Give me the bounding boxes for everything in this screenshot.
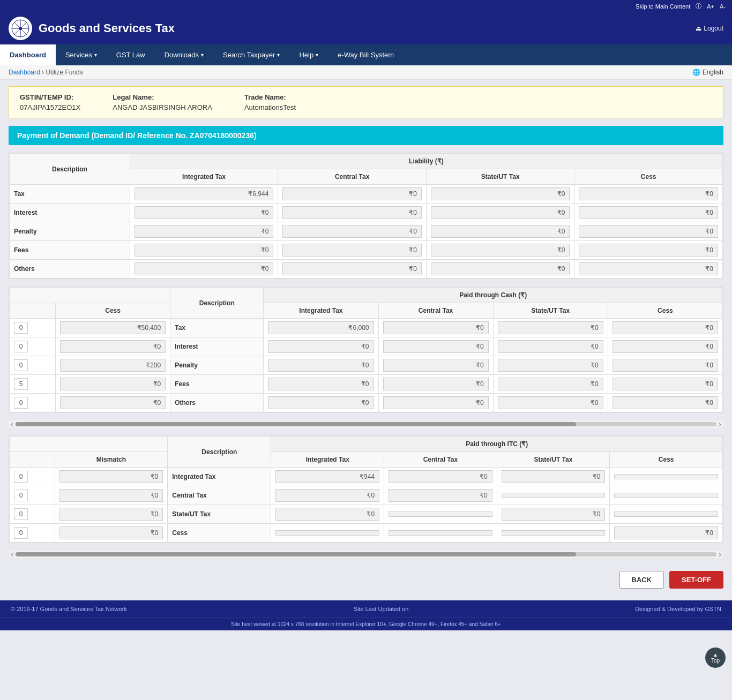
scroll-right-icon[interactable]: › (719, 419, 721, 429)
setoff-button[interactable]: SET-OFF (669, 571, 723, 589)
nav-dashboard-label: Dashboard (10, 51, 46, 59)
back-button[interactable]: BACK (619, 571, 664, 589)
table-row: Fees ₹0 ₹0 ₹0 ₹0 (10, 241, 723, 260)
skip-main-content[interactable]: Skip to Main Content (636, 3, 690, 10)
language-label: English (703, 69, 723, 76)
footer-designed: Designed & Developed by GSTN (635, 606, 721, 612)
itc-state-header: State/UT Tax (497, 452, 610, 468)
liability-interest-label: Interest (10, 204, 130, 222)
downloads-arrow-icon: ▾ (201, 52, 204, 58)
scroll-left-icon-2[interactable]: ‹ (11, 550, 13, 559)
itc-integrated-header: Integrated Tax (271, 452, 384, 468)
nav-eway-bill[interactable]: e-Way Bill System (328, 44, 404, 65)
itc-central-header: Central Tax (384, 452, 497, 468)
cash-cess-header: Cess (608, 303, 722, 319)
footer-browser-note: Site best viewed at 1024 x 768 resolutio… (231, 621, 501, 627)
main-content: GSTIN/TEMP ID: 07AJIPA1572EO1X Legal Nam… (0, 80, 732, 600)
liability-table: Description Liability (₹) Integrated Tax… (9, 153, 723, 279)
nav-dashboard[interactable]: Dashboard (0, 44, 56, 65)
nav-help[interactable]: Help ▾ (289, 44, 328, 65)
legal-name-label: Legal Name: (113, 93, 212, 101)
nav-gst-law[interactable]: GST Law (107, 44, 155, 65)
header: Goods and Services Tax ⏏ Logout (0, 12, 732, 44)
logout-label: Logout (704, 25, 723, 32)
table-row: 0 ₹50,400 Tax ₹6,000 ₹0 ₹0 ₹0 (10, 319, 723, 337)
table-row: Others ₹0 ₹0 ₹0 ₹0 (10, 260, 723, 279)
logout-button[interactable]: ⏏ Logout (696, 25, 723, 32)
footer-copyright: © 2016-17 Goods and Services Tax Network (11, 606, 127, 612)
table-row: Tax ₹6,944 ₹0 ₹0 ₹0 (10, 185, 723, 204)
liability-cess-header: Cess (574, 169, 723, 185)
cash-cess-left-header: Cess (56, 303, 170, 319)
nav-gst-law-label: GST Law (116, 51, 145, 59)
logo (9, 17, 32, 40)
cash-table-wrapper: Description Paid through Cash (₹) Cess I… (9, 287, 723, 413)
liability-tax-cess: ₹0 (574, 185, 723, 204)
liability-tax-integrated: ₹6,944 (130, 185, 278, 204)
main-nav: Dashboard Services ▾ GST Law Downloads ▾… (0, 44, 732, 65)
section-header: Payment of Demand (Demand ID/ Reference … (9, 126, 723, 145)
gstin-label: GSTIN/TEMP ID: (20, 93, 80, 101)
liability-integrated-header: Integrated Tax (130, 169, 278, 185)
nav-search-taxpayer[interactable]: Search Taxpayer ▾ (213, 44, 289, 65)
breadcrumb-bar: Dashboard › Utilize Funds 🌐 English (0, 65, 732, 80)
horizontal-scrollbar-2[interactable]: ‹ › (9, 551, 723, 558)
cash-integrated-header: Integrated Tax (264, 303, 378, 319)
table-row: Penalty ₹0 ₹0 ₹0 ₹0 (10, 222, 723, 241)
nav-downloads-label: Downloads (165, 51, 199, 59)
nav-services[interactable]: Services ▾ (56, 44, 107, 65)
scroll-left-icon[interactable]: ‹ (11, 419, 13, 429)
breadcrumb-current: Utilize Funds (46, 69, 83, 76)
legal-name-value: ANGAD JASBIRSINGH ARORA (113, 103, 212, 111)
logout-icon: ⏏ (696, 25, 701, 32)
table-row: 0 ₹200 Penalty ₹0 ₹0 ₹0 ₹0 (10, 356, 723, 375)
nav-eway-bill-label: e-Way Bill System (338, 51, 394, 59)
table-row: 0 ₹0 Interest ₹0 ₹0 ₹0 ₹0 (10, 337, 723, 356)
footer-main: © 2016-17 Goods and Services Tax Network… (0, 600, 732, 618)
itc-cess-header: Cess (610, 452, 723, 468)
cash-left-placeholder (10, 288, 170, 303)
breadcrumb: Dashboard › Utilize Funds (9, 69, 83, 76)
gstin-group: GSTIN/TEMP ID: 07AJIPA1572EO1X (20, 93, 80, 111)
legal-name-group: Legal Name: ANGAD JASBIRSINGH ARORA (113, 93, 212, 111)
search-taxpayer-arrow-icon: ▾ (277, 52, 280, 58)
services-arrow-icon: ▾ (94, 52, 97, 58)
liability-central-header: Central Tax (278, 169, 427, 185)
itc-mismatch-header: Mismatch (55, 452, 168, 468)
table-row: 0 ₹0 Central Tax ₹0 ₹0 (10, 486, 723, 505)
font-small-btn[interactable]: A- (720, 3, 726, 10)
font-large-btn[interactable]: A+ (707, 3, 714, 10)
horizontal-scrollbar[interactable]: ‹ › (9, 420, 723, 428)
nav-help-label: Help (299, 51, 313, 59)
language-selector[interactable]: 🌐 English (692, 69, 723, 76)
itc-table: Description Paid through ITC (₹) Mismatc… (9, 436, 723, 543)
taxpayer-info-card: GSTIN/TEMP ID: 07AJIPA1572EO1X Legal Nam… (9, 86, 723, 118)
itc-num-header (10, 452, 55, 468)
trade-name-group: Trade Name: AutomationsTest (244, 93, 296, 111)
table-row: 0 ₹0 Integrated Tax ₹944 ₹0 ₹0 (10, 468, 723, 486)
itc-title-header: Paid through ITC (₹) (271, 436, 723, 452)
help-arrow-icon: ▾ (316, 52, 318, 58)
gstin-value: 07AJIPA1572EO1X (20, 103, 80, 111)
breadcrumb-dashboard[interactable]: Dashboard (9, 69, 40, 76)
cash-table: Description Paid through Cash (₹) Cess I… (9, 287, 723, 412)
liability-table-wrapper: Description Liability (₹) Integrated Tax… (9, 153, 723, 279)
table-row: 0 ₹0 Others ₹0 ₹0 ₹0 ₹0 (10, 394, 723, 412)
liability-tax-label: Tax (10, 185, 130, 204)
top-bar: Skip to Main Content ⓘ A+ A- (0, 0, 732, 12)
cash-desc-header: Description (170, 288, 264, 319)
itc-table-wrapper: Description Paid through ITC (₹) Mismatc… (9, 435, 723, 543)
cash-central-header: Central Tax (378, 303, 493, 319)
cash-num-header (10, 303, 56, 319)
nav-services-label: Services (65, 51, 92, 59)
nav-downloads[interactable]: Downloads ▾ (155, 44, 213, 65)
nav-search-taxpayer-label: Search Taxpayer (223, 51, 275, 59)
scroll-right-icon-2[interactable]: › (719, 550, 721, 559)
liability-tax-state: ₹0 (426, 185, 574, 204)
site-title: Goods and Services Tax (39, 21, 175, 35)
cash-state-header: State/UT Tax (493, 303, 608, 319)
footer-sub: Site best viewed at 1024 x 768 resolutio… (0, 618, 732, 630)
table-row: 0 ₹0 Cess ₹0 (10, 524, 723, 543)
trade-name-label: Trade Name: (244, 93, 296, 101)
liability-state-header: State/UT Tax (426, 169, 574, 185)
